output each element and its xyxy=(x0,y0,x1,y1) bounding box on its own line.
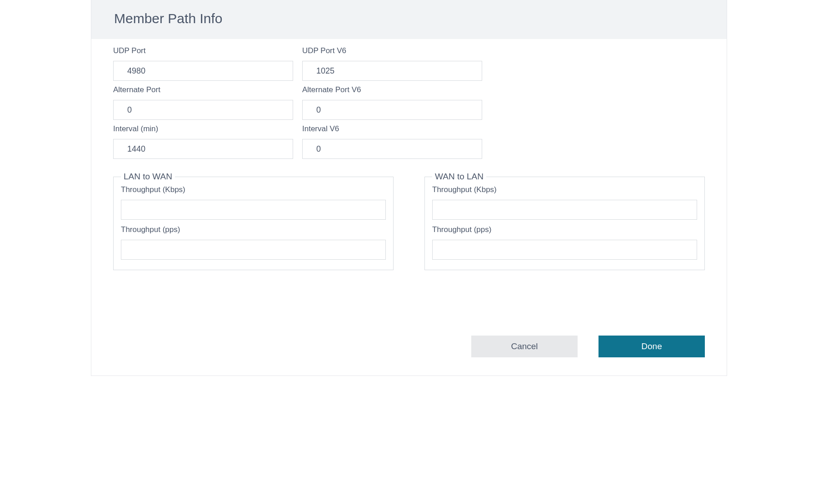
udp-port-input[interactable] xyxy=(113,61,293,81)
lan-to-wan-legend: LAN to WAN xyxy=(121,172,175,182)
lan-to-wan-pps-input[interactable] xyxy=(121,240,386,260)
lan-to-wan-kbps-label: Throughput (Kbps) xyxy=(121,185,386,194)
lan-to-wan-kbps-input[interactable] xyxy=(121,200,386,220)
udp-port-field: UDP Port xyxy=(113,46,293,81)
dialog-body: UDP Port UDP Port V6 Alternate Port Alte… xyxy=(91,39,727,288)
udp-port-v6-input[interactable] xyxy=(302,61,482,81)
done-button[interactable]: Done xyxy=(599,336,705,357)
alternate-port-label: Alternate Port xyxy=(113,85,293,94)
alternate-port-v6-field: Alternate Port V6 xyxy=(302,85,482,120)
udp-port-label: UDP Port xyxy=(113,46,293,55)
interval-v6-field: Interval V6 xyxy=(302,124,482,159)
throughput-fieldsets: LAN to WAN Throughput (Kbps) Throughput … xyxy=(113,172,705,270)
interval-v6-label: Interval V6 xyxy=(302,124,482,133)
alternate-port-input[interactable] xyxy=(113,100,293,120)
alternate-port-v6-label: Alternate Port V6 xyxy=(302,85,482,94)
wan-to-lan-kbps-input[interactable] xyxy=(432,200,697,220)
dialog-footer: Cancel Done xyxy=(91,336,727,376)
udp-port-v6-label: UDP Port V6 xyxy=(302,46,482,55)
lan-to-wan-kbps-field: Throughput (Kbps) xyxy=(121,185,386,220)
interval-label: Interval (min) xyxy=(113,124,293,133)
wan-to-lan-pps-field: Throughput (pps) xyxy=(432,225,697,260)
interval-input[interactable] xyxy=(113,139,293,159)
udp-port-v6-field: UDP Port V6 xyxy=(302,46,482,81)
wan-to-lan-pps-label: Throughput (pps) xyxy=(432,225,697,234)
alternate-port-v6-input[interactable] xyxy=(302,100,482,120)
member-path-info-dialog: Member Path Info UDP Port UDP Port V6 Al… xyxy=(91,0,727,376)
lan-to-wan-pps-field: Throughput (pps) xyxy=(121,225,386,260)
interval-field: Interval (min) xyxy=(113,124,293,159)
wan-to-lan-kbps-field: Throughput (Kbps) xyxy=(432,185,697,220)
wan-to-lan-kbps-label: Throughput (Kbps) xyxy=(432,185,697,194)
interval-v6-input[interactable] xyxy=(302,139,482,159)
wan-to-lan-fieldset: WAN to LAN Throughput (Kbps) Throughput … xyxy=(424,172,705,270)
lan-to-wan-fieldset: LAN to WAN Throughput (Kbps) Throughput … xyxy=(113,172,394,270)
dialog-header: Member Path Info xyxy=(91,0,727,39)
field-grid: UDP Port UDP Port V6 Alternate Port Alte… xyxy=(113,46,705,163)
wan-to-lan-pps-input[interactable] xyxy=(432,240,697,260)
wan-to-lan-legend: WAN to LAN xyxy=(432,172,486,182)
alternate-port-field: Alternate Port xyxy=(113,85,293,120)
lan-to-wan-pps-label: Throughput (pps) xyxy=(121,225,386,234)
cancel-button[interactable]: Cancel xyxy=(471,336,578,357)
dialog-title: Member Path Info xyxy=(114,11,704,26)
